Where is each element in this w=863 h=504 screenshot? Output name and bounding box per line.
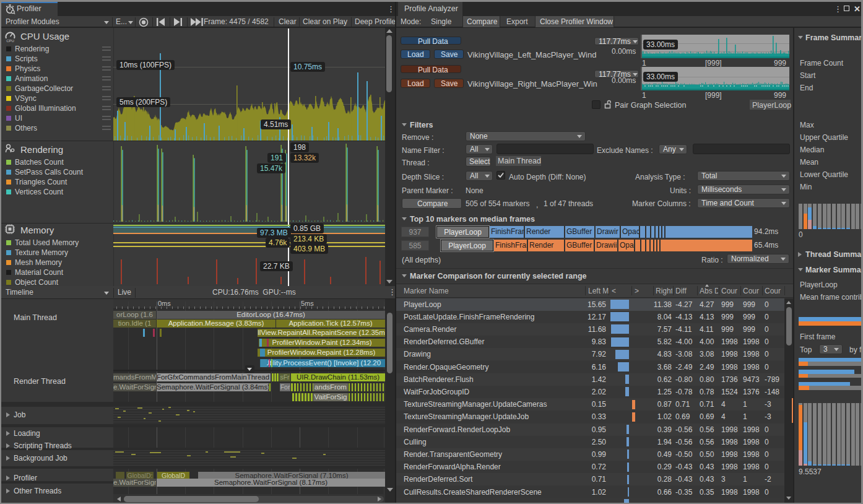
- svg-text:CPU: CPU: [6, 39, 14, 43]
